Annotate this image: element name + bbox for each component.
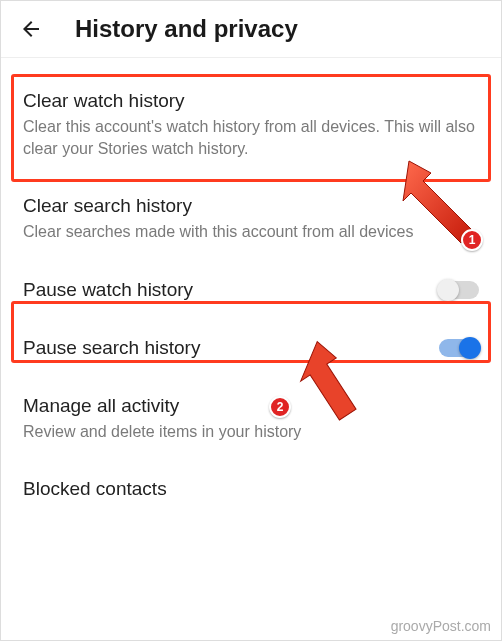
- item-title: Pause watch history: [23, 279, 193, 301]
- item-title: Blocked contacts: [23, 478, 479, 500]
- item-title: Clear search history: [23, 195, 479, 217]
- back-button[interactable]: [19, 17, 43, 41]
- item-desc: Clear this account's watch history from …: [23, 116, 479, 159]
- clear-search-history-item[interactable]: Clear search history Clear searches made…: [1, 177, 501, 261]
- manage-all-activity-item[interactable]: Manage all activity Review and delete it…: [1, 377, 501, 461]
- watermark: groovyPost.com: [391, 618, 491, 634]
- blocked-contacts-item[interactable]: Blocked contacts: [1, 460, 501, 518]
- item-desc: Clear searches made with this account fr…: [23, 221, 479, 243]
- item-title: Clear watch history: [23, 90, 479, 112]
- pause-search-history-item[interactable]: Pause search history: [1, 319, 501, 377]
- pause-search-toggle[interactable]: [439, 339, 479, 357]
- pause-watch-toggle[interactable]: [439, 281, 479, 299]
- settings-list: Clear watch history Clear this account's…: [1, 72, 501, 518]
- pause-watch-history-item[interactable]: Pause watch history: [1, 261, 501, 319]
- clear-watch-history-item[interactable]: Clear watch history Clear this account's…: [1, 72, 501, 177]
- page-title: History and privacy: [75, 15, 298, 43]
- item-title: Manage all activity: [23, 395, 479, 417]
- item-title: Pause search history: [23, 337, 200, 359]
- item-desc: Review and delete items in your history: [23, 421, 479, 443]
- app-header: History and privacy: [1, 1, 501, 58]
- arrow-left-icon: [19, 17, 43, 41]
